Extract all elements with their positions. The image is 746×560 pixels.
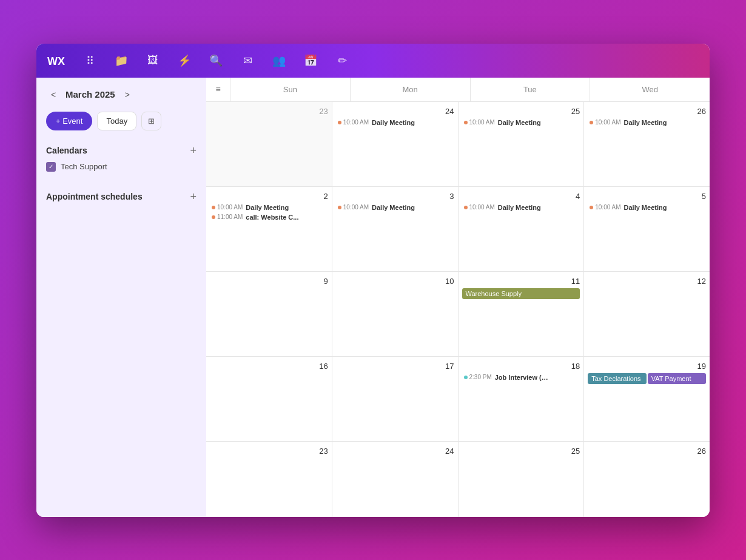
event-11-warehouse[interactable]: Warehouse Supply <box>462 288 580 299</box>
event-mon24-daily[interactable]: 10:00 AM Daily Meeting <box>336 118 454 127</box>
toggle-icon[interactable]: ≡ <box>206 78 230 101</box>
event-2-call[interactable]: 11:00 AM call: Website C... <box>210 213 328 221</box>
day-number: 17 <box>336 362 454 371</box>
event-19-vat[interactable]: VAT Payment <box>648 373 706 384</box>
week-row-1: 23 24 10:00 AM Daily Meeting 25 <box>206 102 710 187</box>
grid-icon[interactable]: ⠿ <box>80 51 99 70</box>
cell-sun-16[interactable]: 16 <box>206 357 332 441</box>
event-3-daily[interactable]: 10:00 AM Daily Meeting <box>336 203 454 212</box>
cell-mon-3[interactable]: 3 10:00 AM Daily Meeting <box>332 187 459 271</box>
event-time: 2:30 PM <box>469 374 492 380</box>
day-number: 18 <box>462 362 580 371</box>
add-calendar-button[interactable]: + <box>190 145 197 156</box>
day-number: 24 <box>336 447 454 456</box>
day-number: 4 <box>462 192 580 201</box>
cell-mon-24[interactable]: 24 <box>332 442 459 517</box>
week-row-3: 9 10 11 Warehouse Supply 12 <box>206 272 710 357</box>
week-row-2: 2 10:00 AM Daily Meeting 11:00 AM call: … <box>206 187 710 272</box>
day-number: 5 <box>588 192 706 201</box>
cell-sun-9[interactable]: 9 <box>206 272 332 356</box>
cell-tue-25[interactable]: 25 <box>459 442 585 517</box>
event-dot <box>464 121 468 124</box>
day-number: 23 <box>210 447 328 456</box>
tech-support-label: Tech Support <box>61 162 107 171</box>
mail-icon[interactable]: ✉ <box>238 51 257 70</box>
search-icon[interactable]: 🔍 <box>206 51 226 70</box>
event-label: Job Interview (… <box>495 374 548 381</box>
cell-sun-2[interactable]: 2 10:00 AM Daily Meeting 11:00 AM call: … <box>206 187 332 271</box>
event-label: Daily Meeting <box>372 119 415 126</box>
appointment-schedules-section: Appointment schedules + <box>46 191 197 208</box>
main-content: < March 2025 > + Event Today ⊞ Calendars… <box>36 78 710 517</box>
event-dot <box>338 206 341 209</box>
tech-support-checkbox[interactable]: ✓ <box>46 162 56 172</box>
calendar-icon[interactable]: 📅 <box>301 51 320 70</box>
sidebar-actions: + Event Today ⊞ <box>46 112 197 130</box>
next-month-button[interactable]: > <box>120 87 135 102</box>
add-event-button[interactable]: + Event <box>46 112 92 130</box>
cell-wed-5[interactable]: 5 10:00 AM Daily Meeting <box>584 187 710 271</box>
cell-wed-26-mar[interactable]: 26 10:00 AM Daily Meeting <box>584 102 710 186</box>
calendars-header: Calendars + <box>46 145 197 156</box>
event-time: 10:00 AM <box>217 204 243 211</box>
calendars-section: Calendars + ✓ Tech Support <box>46 145 197 172</box>
cell-mon-17[interactable]: 17 <box>332 357 459 441</box>
event-dot <box>212 206 215 209</box>
day-number: 24 <box>336 107 454 116</box>
cell-tue-18[interactable]: 18 2:30 PM Job Interview (… <box>459 357 585 441</box>
day-number: 25 <box>462 447 580 456</box>
day-number: 19 <box>588 362 706 371</box>
appt-header: Appointment schedules + <box>46 191 197 202</box>
calendar-main: ≡ Sun Mon Tue Wed 23 24 10:0 <box>206 78 710 517</box>
cell-sun-23[interactable]: 23 <box>206 442 332 517</box>
cell-wed-26[interactable]: 26 <box>584 442 710 517</box>
calendars-title: Calendars <box>46 146 87 155</box>
event-tue25-daily[interactable]: 10:00 AM Daily Meeting <box>462 118 580 127</box>
event-label: Daily Meeting <box>372 204 415 211</box>
event-time: 11:00 AM <box>217 214 243 220</box>
event-time: 10:00 AM <box>469 119 495 126</box>
month-title: March 2025 <box>66 89 115 100</box>
photo-icon[interactable]: 🖼 <box>143 51 163 70</box>
day-number: 12 <box>588 277 706 286</box>
app-window: WX ⠿ 📁 🖼 ⚡ 🔍 ✉ 👥 📅 ✏ < March 2025 > <box>36 44 710 517</box>
cell-feb-23[interactable]: 23 <box>206 102 332 186</box>
header-sun: Sun <box>230 78 351 101</box>
calendar-item-tech-support[interactable]: ✓ Tech Support <box>46 162 197 172</box>
day-number: 26 <box>588 447 706 456</box>
event-dot <box>590 121 593 124</box>
event-dot <box>464 206 468 209</box>
event-dot <box>464 376 468 379</box>
day-number: 23 <box>210 107 328 116</box>
grid-view-button[interactable]: ⊞ <box>141 112 161 130</box>
edit-icon[interactable]: ✏ <box>332 51 352 70</box>
people-icon[interactable]: 👥 <box>269 51 289 70</box>
folder-icon[interactable]: 📁 <box>112 51 131 70</box>
bolt-icon[interactable]: ⚡ <box>175 51 194 70</box>
add-appt-button[interactable]: + <box>190 191 197 202</box>
event-19-tax[interactable]: Tax Declarations <box>588 373 646 384</box>
event-4-daily[interactable]: 10:00 AM Daily Meeting <box>462 203 580 212</box>
prev-month-button[interactable]: < <box>46 87 61 102</box>
cell-tue-11[interactable]: 11 Warehouse Supply <box>459 272 585 356</box>
event-2-daily[interactable]: 10:00 AM Daily Meeting <box>210 203 328 212</box>
sidebar: < March 2025 > + Event Today ⊞ Calendars… <box>36 78 206 517</box>
event-18-interview[interactable]: 2:30 PM Job Interview (… <box>462 373 580 382</box>
day-number: 16 <box>210 362 328 371</box>
today-button[interactable]: Today <box>97 112 136 130</box>
cell-mon-10[interactable]: 10 <box>332 272 459 356</box>
cell-wed-12[interactable]: 12 <box>584 272 710 356</box>
cell-tue-4[interactable]: 4 10:00 AM Daily Meeting <box>459 187 585 271</box>
cell-wed-19[interactable]: 19 Tax Declarations VAT Payment <box>584 357 710 441</box>
sidebar-header: < March 2025 > <box>46 87 197 102</box>
event-wed26-daily[interactable]: 10:00 AM Daily Meeting <box>588 118 706 127</box>
event-label: Daily Meeting <box>246 204 289 211</box>
event-label: call: Website C... <box>246 214 298 221</box>
week-row-4: 16 17 18 2:30 PM Job Interview (… <box>206 357 710 442</box>
event-5-daily[interactable]: 10:00 AM Daily Meeting <box>588 203 706 212</box>
event-dot <box>338 121 341 124</box>
cell-tue-25-mar[interactable]: 25 10:00 AM Daily Meeting <box>459 102 585 186</box>
cell-mon-24-mar[interactable]: 24 10:00 AM Daily Meeting <box>332 102 459 186</box>
event-time: 10:00 AM <box>343 119 369 126</box>
day-number: 9 <box>210 277 328 286</box>
